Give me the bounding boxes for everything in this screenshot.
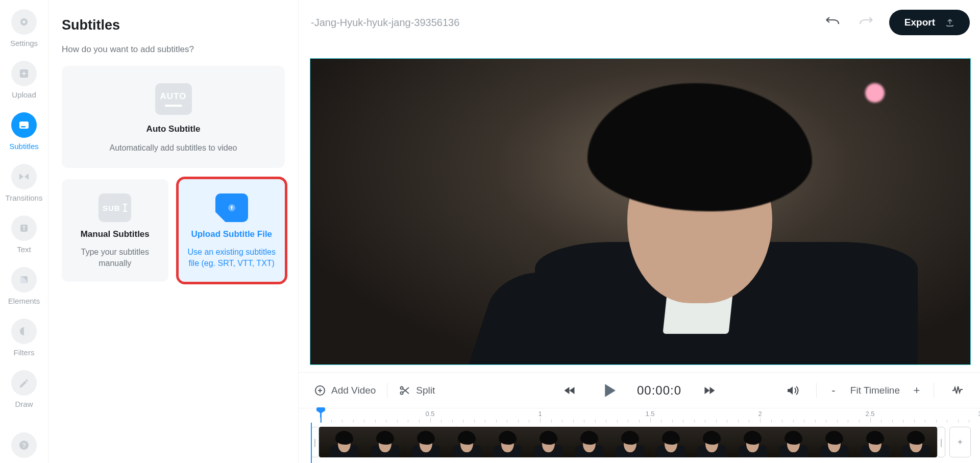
rail-settings[interactable]: Settings: [10, 9, 38, 47]
export-icon: [945, 18, 954, 27]
rail-label: Draw: [15, 400, 33, 408]
manual-icon: SUB: [99, 193, 131, 222]
top-bar: -Jang-Hyuk-hyuk-jang-39356136 Export: [299, 0, 980, 45]
skip-back-button[interactable]: [557, 379, 582, 402]
rail-help[interactable]: ?: [11, 432, 37, 458]
svg-text:T: T: [22, 225, 26, 231]
rail-label: Filters: [14, 348, 35, 357]
rail-label: Upload: [12, 90, 36, 99]
split-button[interactable]: Split: [399, 384, 435, 397]
upload-title: Upload Subtitle File: [191, 229, 272, 239]
auto-subtitle-card[interactable]: AUTO Auto Subtitle Automatically add sub…: [62, 66, 285, 168]
rail-label: Settings: [10, 39, 38, 47]
ruler-major-label: 2.5: [865, 410, 874, 418]
redo-button[interactable]: [854, 11, 879, 34]
rail-label: Transitions: [6, 193, 43, 202]
project-name[interactable]: -Jang-Hyuk-hyuk-jang-39356136: [311, 17, 459, 29]
rail-label: Elements: [8, 297, 40, 305]
manual-chip-text: SUB: [103, 204, 120, 212]
rail-draw[interactable]: Draw: [11, 370, 37, 408]
timeline-toolbar: Add Video Split 00:00:0: [299, 372, 980, 408]
ruler-major-label: 2: [758, 410, 762, 418]
timeline[interactable]: 0.511.522.53 ∣: [299, 408, 980, 463]
manual-subtitles-card[interactable]: SUB Manual Subtitles Type your subtitles…: [62, 179, 168, 282]
rail-upload[interactable]: Upload: [11, 61, 37, 99]
draw-icon: [11, 370, 37, 396]
video-preview[interactable]: [310, 58, 971, 365]
rail-text[interactable]: T Text: [11, 215, 37, 254]
rail-filters[interactable]: Filters: [11, 319, 37, 357]
panel-title: Subtitles: [62, 17, 285, 33]
filters-icon: [11, 319, 37, 344]
svg-rect-5: [19, 121, 29, 129]
play-button[interactable]: [597, 379, 622, 402]
help-icon: ?: [11, 432, 37, 458]
transitions-icon: [11, 164, 37, 189]
waveform-button[interactable]: [945, 379, 970, 402]
rail-elements[interactable]: Elements: [8, 267, 40, 305]
add-video-button[interactable]: Add Video: [314, 384, 376, 397]
rail-label: Subtitles: [9, 142, 39, 151]
clip-trim-left[interactable]: ∣: [311, 427, 319, 457]
upload-desc: Use an existing subtitles file (eg. SRT,…: [186, 247, 278, 269]
svg-rect-15: [123, 211, 127, 212]
video-track[interactable]: ∣: [311, 427, 971, 457]
video-clip[interactable]: [319, 427, 937, 457]
add-video-label: Add Video: [331, 385, 376, 396]
volume-button[interactable]: [780, 379, 805, 402]
current-time: 00:00:0: [637, 383, 681, 398]
timeline-ruler[interactable]: 0.511.522.53: [308, 408, 971, 423]
text-icon: T: [11, 215, 37, 241]
upload-file-icon: [215, 193, 248, 222]
nav-rail: Settings Upload Subtitles Transitions T …: [0, 0, 48, 463]
add-track-button[interactable]: +: [949, 427, 971, 457]
ruler-major-label: 1.5: [645, 410, 654, 418]
zoom-in-button[interactable]: +: [911, 384, 922, 397]
svg-point-1: [22, 20, 26, 23]
svg-rect-13: [125, 204, 126, 212]
panel-subtitle: How do you want to add subtitles?: [62, 44, 285, 55]
subtitles-panel: Subtitles How do you want to add subtitl…: [48, 0, 299, 463]
split-label: Split: [416, 385, 435, 396]
upload-icon: [11, 61, 37, 86]
zoom-out-button[interactable]: -: [828, 384, 839, 397]
scissors-icon: [399, 384, 411, 397]
svg-rect-14: [123, 204, 127, 205]
manual-desc: Type your subtitles manually: [69, 247, 161, 269]
svg-rect-4: [22, 73, 26, 74]
svg-rect-6: [21, 126, 26, 128]
export-label: Export: [904, 17, 935, 28]
clip-trim-right[interactable]: ∣: [937, 427, 945, 457]
skip-forward-button[interactable]: [697, 379, 721, 402]
fit-timeline-button[interactable]: Fit Timeline: [850, 385, 900, 396]
plus-circle-icon: [314, 384, 326, 397]
undo-button[interactable]: [820, 11, 844, 34]
upload-subtitle-file-card[interactable]: Upload Subtitle File Use an existing sub…: [179, 179, 285, 282]
export-button[interactable]: Export: [889, 10, 970, 35]
auto-icon: AUTO: [155, 83, 192, 115]
settings-icon: [11, 9, 37, 35]
svg-text:?: ?: [22, 442, 26, 449]
stage: -Jang-Hyuk-hyuk-jang-39356136 Export: [299, 0, 980, 463]
rail-label: Text: [17, 245, 31, 254]
rail-transitions[interactable]: Transitions: [6, 164, 43, 202]
elements-icon: [11, 267, 37, 293]
auto-title: Auto Subtitle: [146, 124, 201, 134]
ruler-major-label: 0.5: [425, 410, 434, 418]
ruler-major-label: 1: [538, 410, 542, 418]
auto-desc: Automatically add subtitles to video: [110, 143, 237, 153]
rail-subtitles[interactable]: Subtitles: [9, 112, 39, 151]
manual-title: Manual Subtitles: [81, 229, 150, 239]
auto-chip-text: AUTO: [160, 91, 187, 102]
subtitles-icon: [11, 112, 37, 138]
ruler-major-label: 3: [978, 410, 980, 418]
